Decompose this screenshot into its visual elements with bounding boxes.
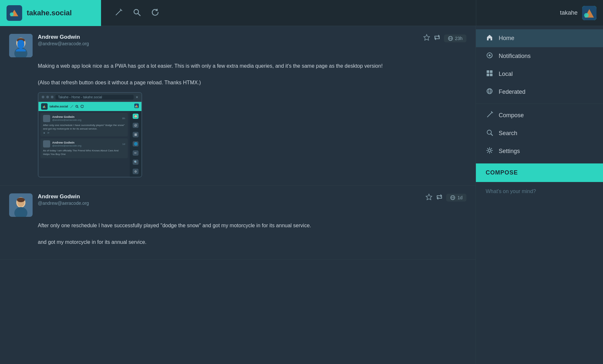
post-actions-1: 23h xyxy=(423,34,466,43)
nav-divider-1 xyxy=(476,104,603,104)
preview-mini-header-1: Andrew Godwin @andrew@aeracode.org 8h xyxy=(43,115,125,122)
sidebar-item-local[interactable]: Local xyxy=(476,65,603,83)
preview-mini-post-2: Andrew Godwin @andrew@aeracode.org 1d As… xyxy=(40,138,128,158)
notifications-icon xyxy=(486,52,493,61)
preview-mini-handle-1: @andrew@aeracode.org xyxy=(52,119,81,121)
preview-mini-avatar-2 xyxy=(43,140,50,147)
grid-icon-svg xyxy=(486,70,493,77)
time-badge-1: 23h xyxy=(444,35,466,42)
preview-browser-bar: Takahe - Home - takahe.social ✕ xyxy=(38,93,141,102)
svg-point-9 xyxy=(16,38,25,48)
post-meta-1: Andrew Godwin @andrew@aeracode.org xyxy=(38,34,418,46)
federated-label: Federated xyxy=(499,89,525,95)
preview-nav-globe: 🌐 xyxy=(133,141,139,147)
author-name: Andrew Godwin xyxy=(38,34,418,40)
sidebar-item-search[interactable]: Search xyxy=(476,124,603,142)
preview-search-icon xyxy=(75,105,79,108)
search-nav-label: Search xyxy=(499,130,517,137)
preview-mini-header-2: Andrew Godwin @andrew@aeracode.org 1d xyxy=(43,140,125,147)
svg-point-7 xyxy=(584,13,589,18)
post-text-2: After only one reschedule I have success… xyxy=(38,221,466,246)
boost-icon-2 xyxy=(436,193,443,201)
at-icon-svg xyxy=(486,52,493,59)
federated-icon xyxy=(486,88,493,96)
svg-point-13 xyxy=(17,38,25,43)
star-button-2[interactable] xyxy=(425,193,433,202)
svg-line-21 xyxy=(78,107,79,108)
header-icons xyxy=(101,8,476,18)
feed-area: Andrew Godwin @andrew@aeracode.org xyxy=(0,26,476,364)
svg-point-12 xyxy=(18,39,24,45)
preview-user-avatar-icon xyxy=(134,104,139,108)
settings-icon xyxy=(486,147,493,156)
home-icon-svg xyxy=(486,34,493,41)
preview-refresh-icon xyxy=(81,105,84,108)
svg-rect-40 xyxy=(490,74,493,76)
sidebar-nav: Home Notifications xyxy=(476,26,603,163)
preview-nav-pen: ✏ xyxy=(133,150,139,156)
local-icon xyxy=(486,70,493,78)
post-actions-2: 1d xyxy=(425,193,466,202)
star-button[interactable] xyxy=(423,34,430,43)
preview-brand-icon xyxy=(42,104,47,109)
svg-rect-39 xyxy=(487,74,489,76)
svg-point-19 xyxy=(43,106,44,108)
post-meta-2: Andrew Godwin @andrew@aeracode.org xyxy=(38,193,420,206)
svg-point-24 xyxy=(135,106,137,107)
compose-placeholder[interactable]: What's on your mind? xyxy=(476,182,603,201)
svg-line-4 xyxy=(138,13,140,16)
post-preview-image: Takahe - Home - takahe.social ✕ xyxy=(38,92,142,177)
svg-point-2 xyxy=(10,12,14,16)
search-icon-svg xyxy=(486,129,493,136)
browser-dot-3 xyxy=(51,96,53,98)
svg-marker-14 xyxy=(424,35,430,40)
preview-nav-grid: ▦ xyxy=(133,132,139,137)
preview-mini-name-2: Andrew Godwin xyxy=(52,141,81,144)
preview-mini-handle-2: @andrew@aeracode.org xyxy=(52,144,81,147)
compose-icon-button[interactable] xyxy=(114,8,123,18)
preview-nav-search: 🔍 xyxy=(133,160,139,165)
right-panel-header: takahe xyxy=(476,0,603,26)
sidebar-item-settings[interactable]: Settings xyxy=(476,142,603,160)
author-name-2: Andrew Godwin xyxy=(38,193,420,200)
preview-mini-avatar-1 xyxy=(43,115,50,122)
brand-icon xyxy=(7,6,22,20)
svg-point-36 xyxy=(489,54,491,56)
author-avatar-img-2 xyxy=(9,193,33,217)
refresh-icon-button[interactable] xyxy=(151,8,160,18)
globe-icon-svg xyxy=(486,88,493,95)
preview-nav-at: @ xyxy=(133,123,139,128)
sidebar-item-home[interactable]: Home xyxy=(476,29,603,47)
preview-nav-home: 🏠 xyxy=(133,114,139,119)
settings-label: Settings xyxy=(499,148,520,155)
svg-marker-31 xyxy=(426,194,432,200)
svg-point-10 xyxy=(17,39,24,47)
preview-mini-name-1: Andrew Godwin xyxy=(52,115,81,119)
search-icon xyxy=(132,8,141,17)
sidebar-item-notifications[interactable]: Notifications xyxy=(476,47,603,65)
post-card-2: Andrew Godwin @andrew@aeracode.org xyxy=(0,186,476,260)
home-label: Home xyxy=(499,35,514,42)
preview-sidebar: 🏠 @ ▦ 🌐 ✏ 🔍 ⚙ xyxy=(130,111,141,177)
preview-mini-text-2: As of today I am officially The Friend W… xyxy=(43,149,125,156)
sidebar-item-compose[interactable]: Compose xyxy=(476,106,603,124)
brand-area: takahe.social xyxy=(0,0,101,26)
compose-big-button[interactable]: COMPOSE xyxy=(476,163,603,182)
preview-content: takahe.social xyxy=(38,102,141,177)
browser-dot-2 xyxy=(46,96,49,98)
avatar-2 xyxy=(9,193,33,217)
search-icon-button[interactable] xyxy=(132,8,141,18)
sidebar-item-federated[interactable]: Federated xyxy=(476,83,603,101)
top-header: takahe.social takahe xyxy=(0,0,603,26)
time-badge-2: 1d xyxy=(446,194,466,202)
home-icon xyxy=(486,34,493,43)
svg-line-47 xyxy=(491,134,493,135)
globe-icon xyxy=(448,36,453,41)
boost-button-2[interactable] xyxy=(436,193,443,202)
brand-logo xyxy=(7,5,22,21)
preview-nav-gear: ⚙ xyxy=(133,169,139,174)
boost-button[interactable] xyxy=(434,34,441,43)
right-sidebar: Home Notifications xyxy=(476,26,603,364)
avatar xyxy=(9,34,33,57)
compose-nav-icon xyxy=(486,111,493,120)
